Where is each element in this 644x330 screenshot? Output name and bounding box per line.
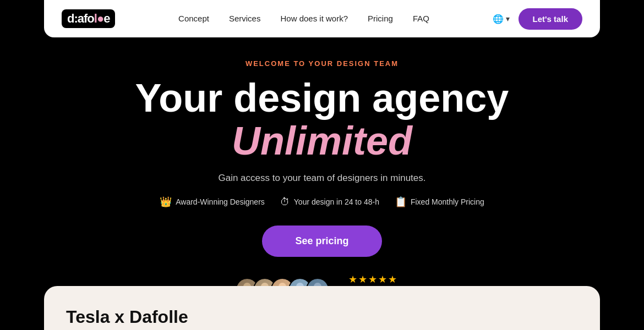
hero-section: WELCOME TO YOUR DESIGN TEAM Your design … [0, 37, 644, 317]
nav-services[interactable]: Services [229, 14, 261, 23]
nav-how-it-works[interactable]: How does it work? [280, 14, 348, 23]
feature-time: ⏱ Your design in 24 to 48-h [280, 196, 379, 208]
star-rating: ★★★★★ [338, 273, 408, 285]
clock-icon: ⏱ [280, 196, 290, 208]
language-selector[interactable]: 🌐 ▾ [493, 14, 510, 24]
nav-links: Concept Services How does it work? Prici… [178, 14, 429, 24]
bottom-card: Tesla x Dafolle [44, 286, 600, 330]
award-icon: 👑 [160, 196, 172, 208]
nav-pricing[interactable]: Pricing [368, 14, 393, 23]
pricing-icon: 📋 [395, 196, 407, 208]
feature-award-label: Award-Winning Designers [176, 197, 265, 206]
hero-features: 👑 Award-Winning Designers ⏱ Your design … [160, 196, 484, 208]
see-pricing-button[interactable]: See pricing [262, 226, 381, 257]
navbar: d:afol●e Concept Services How does it wo… [44, 0, 600, 37]
feature-time-label: Your design in 24 to 48-h [294, 197, 379, 206]
bottom-card-title: Tesla x Dafolle [66, 307, 188, 327]
nav-faq[interactable]: FAQ [413, 14, 429, 23]
globe-icon: 🌐 [493, 14, 504, 24]
hero-title-line2: Unlimited [232, 120, 412, 162]
logo[interactable]: d:afol●e [62, 9, 115, 28]
hero-tag: WELCOME TO YOUR DESIGN TEAM [245, 59, 399, 68]
feature-award: 👑 Award-Winning Designers [160, 196, 265, 208]
lang-arrow: ▾ [506, 14, 510, 23]
lets-talk-button[interactable]: Let's talk [519, 8, 582, 30]
nav-right: 🌐 ▾ Let's talk [493, 8, 582, 30]
hero-subtitle: Gain access to your team of designers in… [218, 173, 425, 184]
hero-title-line1: Your design agency [135, 78, 509, 119]
nav-concept[interactable]: Concept [178, 14, 209, 23]
logo-text: d:afol●e [62, 9, 115, 28]
feature-pricing: 📋 Fixed Monthly Pricing [395, 196, 484, 208]
feature-pricing-label: Fixed Monthly Pricing [411, 197, 484, 206]
